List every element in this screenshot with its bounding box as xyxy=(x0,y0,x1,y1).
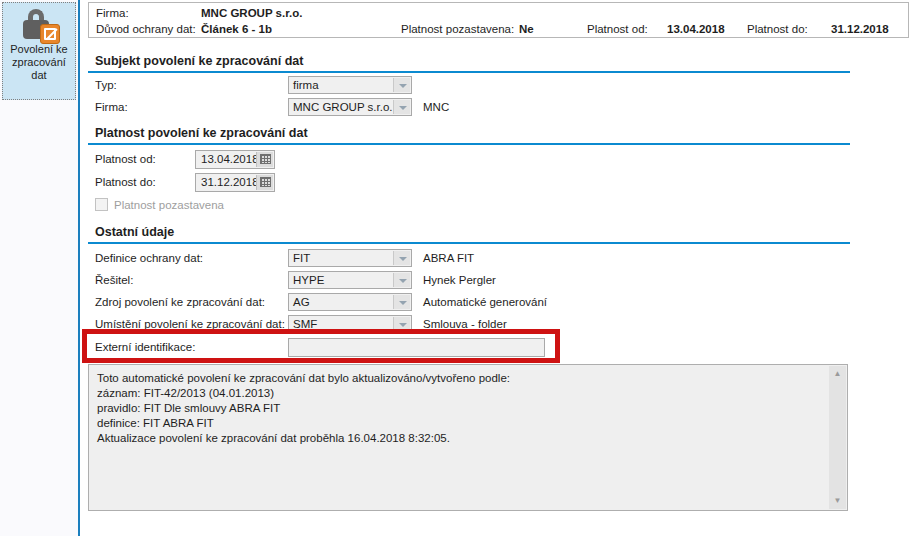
zdroj-desc: Automatické generování xyxy=(423,296,547,308)
sidebar-divider xyxy=(78,0,80,536)
resitel-desc: Hynek Pergler xyxy=(423,274,496,286)
permission-detail-window: Povolení ke zpracování dat Firma: MNC GR… xyxy=(0,0,912,536)
section-title-ostatni: Ostatní údaje xyxy=(88,225,850,244)
vertical-scrollbar[interactable]: ▲ ▼ xyxy=(829,366,846,509)
form-content: Subjekt povolení ke zpracování dat Typ: … xyxy=(88,0,850,536)
zdroj-combobox[interactable]: AG xyxy=(288,293,412,311)
sidebar-item-povoleni-ke-zpracovani-dat[interactable]: Povolení ke zpracování dat xyxy=(2,2,76,100)
scroll-up-icon[interactable]: ▲ xyxy=(829,366,846,382)
annotation-highlight-rectangle xyxy=(82,329,560,363)
update-note-box[interactable]: Toto automatické povolení ke zpracování … xyxy=(88,364,848,511)
typ-label: Typ: xyxy=(95,79,117,91)
definice-desc: ABRA FIT xyxy=(423,252,474,264)
definice-label: Definice ochrany dat: xyxy=(95,252,203,264)
definice-combobox-value: FIT xyxy=(293,252,310,264)
platnost-od-datefield[interactable]: 13.04.2018 xyxy=(195,150,275,169)
edit-badge-icon xyxy=(40,24,60,44)
chevron-down-icon[interactable] xyxy=(393,295,410,309)
platnost-pozastavena-checkbox[interactable] xyxy=(95,198,108,211)
firma-combobox-value: MNC GROUP s.r.o. xyxy=(293,101,392,113)
resitel-label: Řešitel: xyxy=(95,274,133,286)
platnost-do-value: 31.12.2018 xyxy=(201,176,259,188)
section-title-platnost: Platnost povolení ke zpracování dat xyxy=(88,126,850,145)
resitel-combobox-value: HYPE xyxy=(293,274,324,286)
chevron-down-icon[interactable] xyxy=(393,273,410,287)
section-title-subjekt: Subjekt povolení ke zpracování dat xyxy=(88,54,850,73)
chevron-down-icon[interactable] xyxy=(393,251,410,265)
sidebar: Povolení ke zpracování dat xyxy=(0,0,78,536)
typ-combobox-value: firma xyxy=(293,79,319,91)
scroll-down-icon[interactable]: ▼ xyxy=(829,493,846,509)
platnost-do-datefield[interactable]: 31.12.2018 xyxy=(195,173,275,192)
calendar-icon[interactable] xyxy=(256,152,273,167)
zdroj-combobox-value: AG xyxy=(293,296,310,308)
typ-combobox[interactable]: firma xyxy=(288,76,412,94)
platnost-od-label: Platnost od: xyxy=(95,153,156,165)
sidebar-item-label: Povolení ke zpracování dat xyxy=(3,43,75,82)
platnost-do-label: Platnost do: xyxy=(95,176,156,188)
resitel-combobox[interactable]: HYPE xyxy=(288,271,412,289)
update-note-text: Toto automatické povolení ke zpracování … xyxy=(89,365,830,510)
definice-combobox[interactable]: FIT xyxy=(288,249,412,267)
platnost-pozastavena-checkbox-label: Platnost pozastavena xyxy=(114,199,224,211)
chevron-down-icon[interactable] xyxy=(393,78,410,92)
firma-code: MNC xyxy=(423,101,449,113)
calendar-icon[interactable] xyxy=(256,175,273,190)
platnost-od-value: 13.04.2018 xyxy=(201,153,259,165)
lock-edit-icon xyxy=(22,9,56,41)
firma-combobox[interactable]: MNC GROUP s.r.o. xyxy=(288,98,412,116)
firma-label: Firma: xyxy=(95,101,128,113)
zdroj-label: Zdroj povolení ke zpracování dat: xyxy=(95,296,265,308)
chevron-down-icon[interactable] xyxy=(393,100,410,114)
